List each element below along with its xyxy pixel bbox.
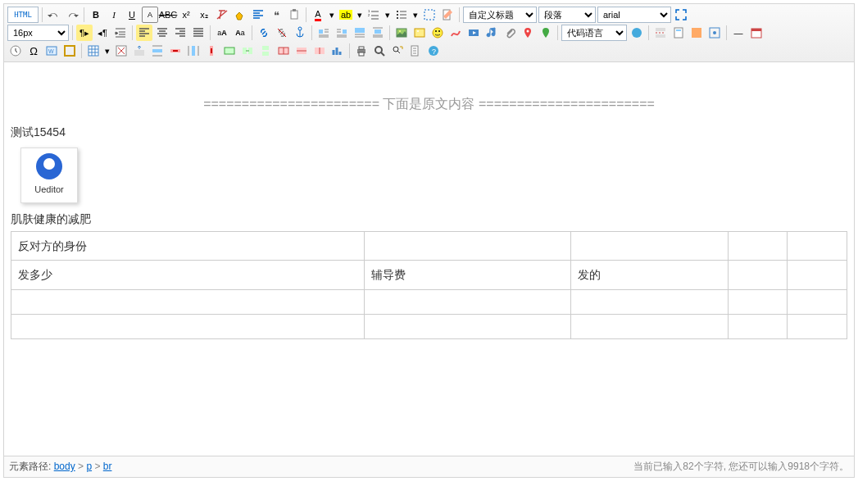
img-none-icon[interactable] [352, 25, 368, 41]
svg-rect-32 [751, 29, 761, 31]
forecolor-icon[interactable]: A [310, 7, 326, 23]
splitcells-icon[interactable] [275, 43, 292, 59]
svg-point-20 [438, 30, 440, 32]
music-icon[interactable] [483, 25, 500, 41]
dropdown-icon[interactable]: ▾ [328, 7, 336, 23]
align-right-icon[interactable] [172, 25, 188, 41]
cleardoc-icon[interactable] [439, 7, 456, 23]
dir-rtl-icon[interactable]: ◂¶ [94, 25, 111, 41]
autotypeset-icon[interactable] [250, 7, 266, 23]
scrawl-icon[interactable] [447, 25, 464, 41]
align-justify-icon[interactable] [190, 25, 207, 41]
ol-icon[interactable]: 12 [365, 7, 382, 23]
insertcode-select[interactable]: 代码语言 [561, 25, 627, 41]
print-icon[interactable] [353, 43, 370, 59]
spechar-icon[interactable]: Ω [25, 43, 42, 59]
mergeright-icon[interactable] [239, 43, 256, 59]
editor-content[interactable]: ======================= 下面是原文内容 ========… [4, 62, 854, 456]
pasteplain-icon[interactable] [286, 7, 302, 23]
mergecells-icon[interactable] [221, 43, 238, 59]
blockquote-icon[interactable]: ❝ [268, 7, 284, 23]
map-icon[interactable] [520, 25, 536, 41]
wordimage-icon[interactable]: W [43, 43, 60, 59]
path-br[interactable]: br [103, 461, 112, 472]
superscript-icon[interactable]: x² [178, 7, 194, 23]
template-icon[interactable] [670, 25, 687, 41]
img-left-icon[interactable] [316, 25, 332, 41]
hr-icon[interactable]: — [730, 25, 747, 41]
video-icon[interactable] [465, 25, 482, 41]
source-button[interactable]: HTML [7, 7, 39, 23]
removeformat-icon[interactable] [214, 7, 230, 23]
webapp-icon[interactable] [629, 25, 645, 41]
insertparagraphbefore-icon[interactable] [131, 43, 148, 59]
redo-icon[interactable] [64, 7, 80, 23]
underline-icon[interactable]: U [124, 7, 140, 23]
splitcols-icon[interactable] [311, 43, 328, 59]
fontsize-select[interactable]: 16px [7, 25, 69, 41]
insertcol-icon[interactable] [185, 43, 202, 59]
italic-icon[interactable]: I [106, 7, 122, 23]
gmap-icon[interactable] [538, 25, 554, 41]
searchreplace-icon[interactable] [389, 43, 406, 59]
help-icon[interactable]: ? [425, 43, 442, 59]
dropdown-icon[interactable]: ▾ [384, 7, 392, 23]
drafts-icon[interactable] [407, 43, 424, 59]
date-icon[interactable] [748, 25, 765, 41]
img-right-icon[interactable] [334, 25, 350, 41]
backcolor-icon[interactable]: ab [338, 7, 354, 23]
anchor-icon[interactable] [292, 25, 308, 41]
deletetable-icon[interactable] [113, 43, 129, 59]
selectall-icon[interactable] [421, 7, 438, 23]
customstyle-select[interactable]: 自定义标题 [463, 7, 537, 23]
strike-icon[interactable]: ABC [160, 7, 176, 23]
fontfamily-select[interactable]: arial [597, 7, 671, 23]
unlink-icon[interactable] [274, 25, 290, 41]
dropdown-icon[interactable]: ▾ [356, 7, 364, 23]
time-icon[interactable] [7, 43, 24, 59]
deleterow-icon[interactable] [167, 43, 184, 59]
svg-rect-36 [65, 46, 75, 56]
preview-icon[interactable] [371, 43, 388, 59]
image-icon[interactable] [393, 25, 410, 41]
insertrow-icon[interactable] [149, 43, 166, 59]
link-icon[interactable] [256, 25, 272, 41]
fontborder-icon[interactable]: A [142, 7, 158, 23]
dropdown-icon[interactable]: ▾ [411, 7, 420, 23]
image-card[interactable]: Ueditor [20, 148, 78, 203]
img-center-icon[interactable] [370, 25, 386, 41]
paragraph-select[interactable]: 段落 [538, 7, 596, 23]
pagebreak-icon[interactable] [652, 25, 669, 41]
svg-rect-10 [319, 30, 323, 34]
align-left-icon[interactable] [136, 25, 152, 41]
background-icon[interactable] [688, 25, 705, 41]
table-icon[interactable] [85, 43, 102, 59]
dropdown-icon[interactable]: ▾ [103, 43, 111, 59]
path-body[interactable]: body [54, 461, 75, 472]
snapscreen-icon[interactable] [706, 25, 723, 41]
touppercase-icon[interactable]: aA [214, 25, 230, 41]
formatmatch-icon[interactable] [232, 7, 248, 23]
deletecol-icon[interactable] [203, 43, 220, 59]
align-center-icon[interactable] [154, 25, 170, 41]
svg-rect-28 [692, 28, 701, 38]
svg-rect-47 [262, 46, 269, 50]
mergedown-icon[interactable] [257, 43, 274, 59]
splitrows-icon[interactable] [293, 43, 310, 59]
frame-icon[interactable] [61, 43, 78, 59]
emotion-icon[interactable] [429, 25, 446, 41]
content-table[interactable]: 反对方的身份 发多少辅导费发的 [11, 231, 847, 339]
ul-icon[interactable] [393, 7, 410, 23]
tolowercase-icon[interactable]: Aa [232, 25, 248, 41]
svg-rect-16 [415, 29, 424, 37]
subscript-icon[interactable]: x₂ [196, 7, 212, 23]
attachment-icon[interactable] [502, 25, 518, 41]
simpleupload-icon[interactable] [411, 25, 428, 41]
svg-text:W: W [48, 48, 54, 54]
fullscreen-icon[interactable] [673, 7, 689, 23]
dir-ltr-icon[interactable]: ¶▸ [76, 25, 93, 41]
indent-icon[interactable] [112, 25, 129, 41]
bold-icon[interactable]: B [88, 7, 104, 23]
undo-icon[interactable] [46, 7, 62, 23]
charts-icon[interactable] [329, 43, 346, 59]
